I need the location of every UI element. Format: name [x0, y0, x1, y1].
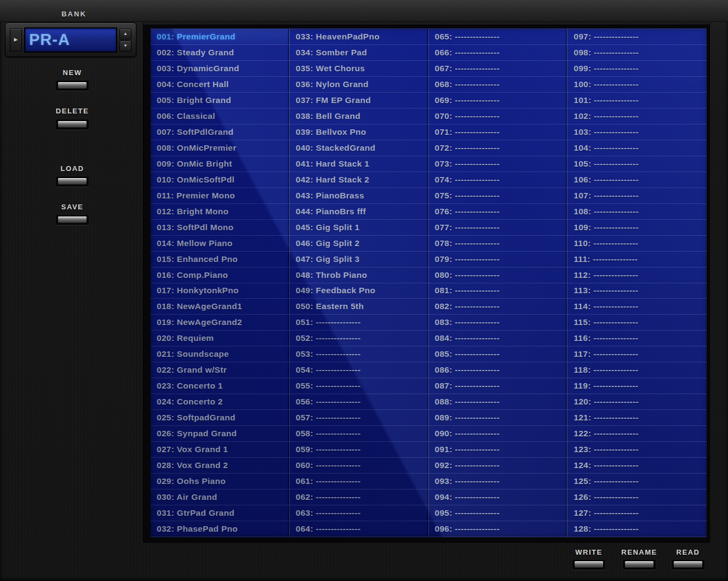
- bank-increment-button[interactable]: ▲: [119, 29, 131, 39]
- patch-cell[interactable]: 116: ---------------: [568, 331, 707, 346]
- patch-cell[interactable]: 113: ---------------: [568, 283, 707, 299]
- load-button[interactable]: [55, 176, 89, 187]
- patch-cell[interactable]: 069: ---------------: [429, 93, 568, 109]
- new-button[interactable]: [55, 80, 89, 91]
- rename-button[interactable]: [622, 559, 656, 570]
- patch-cell[interactable]: 101: ---------------: [568, 93, 707, 109]
- patch-cell[interactable]: 077: ---------------: [429, 220, 568, 236]
- patch-cell[interactable]: 055: ---------------: [290, 378, 429, 394]
- read-button[interactable]: [671, 559, 705, 570]
- patch-cell[interactable]: 039: Bellvox Pno: [290, 124, 429, 140]
- patch-cell[interactable]: 084: ---------------: [429, 331, 568, 346]
- patch-cell[interactable]: 007: SoftPdlGrand: [151, 124, 290, 140]
- patch-cell[interactable]: 124: ---------------: [568, 458, 707, 474]
- bank-display[interactable]: PR-A: [24, 27, 117, 53]
- patch-cell[interactable]: 001: PremierGrand: [151, 29, 290, 45]
- patch-cell[interactable]: 099: ---------------: [568, 61, 707, 77]
- patch-cell[interactable]: 013: SoftPdl Mono: [151, 220, 290, 236]
- patch-cell[interactable]: 015: Enhanced Pno: [151, 252, 290, 267]
- patch-cell[interactable]: 022: Grand w/Str: [151, 362, 290, 378]
- patch-cell[interactable]: 098: ---------------: [568, 45, 707, 61]
- patch-cell[interactable]: 117: ---------------: [568, 346, 707, 362]
- patch-cell[interactable]: 075: ---------------: [429, 188, 568, 204]
- write-button[interactable]: [572, 559, 606, 570]
- patch-cell[interactable]: 104: ---------------: [568, 140, 707, 156]
- patch-cell[interactable]: 058: ---------------: [290, 426, 429, 442]
- bank-menu-button[interactable]: ▶: [10, 29, 22, 52]
- patch-cell[interactable]: 123: ---------------: [568, 442, 707, 458]
- patch-cell[interactable]: 006: Classical: [151, 109, 290, 124]
- patch-cell[interactable]: 057: ---------------: [290, 410, 429, 426]
- patch-cell[interactable]: 014: Mellow Piano: [151, 236, 290, 252]
- bank-decrement-button[interactable]: ▼: [119, 41, 131, 52]
- patch-cell[interactable]: 115: ---------------: [568, 315, 707, 331]
- patch-cell[interactable]: 045: Gig Split 1: [290, 220, 429, 236]
- patch-cell[interactable]: 037: FM EP Grand: [290, 93, 429, 109]
- patch-cell[interactable]: 081: ---------------: [429, 283, 568, 299]
- patch-cell[interactable]: 064: ---------------: [290, 521, 429, 537]
- patch-cell[interactable]: 009: OnMic Bright: [151, 156, 290, 172]
- patch-cell[interactable]: 114: ---------------: [568, 299, 707, 315]
- patch-cell[interactable]: 004: Concert Hall: [151, 77, 290, 93]
- patch-cell[interactable]: 087: ---------------: [429, 378, 568, 394]
- patch-cell[interactable]: 025: SoftpadGrand: [151, 410, 290, 426]
- patch-cell[interactable]: 109: ---------------: [568, 220, 707, 236]
- patch-cell[interactable]: 036: Nylon Grand: [290, 77, 429, 93]
- patch-cell[interactable]: 110: ---------------: [568, 236, 707, 252]
- patch-cell[interactable]: 065: ---------------: [429, 29, 568, 45]
- patch-cell[interactable]: 121: ---------------: [568, 410, 707, 426]
- patch-cell[interactable]: 094: ---------------: [429, 489, 568, 505]
- patch-cell[interactable]: 120: ---------------: [568, 394, 707, 410]
- patch-cell[interactable]: 024: Concerto 2: [151, 394, 290, 410]
- patch-cell[interactable]: 043: PianoBrass: [290, 188, 429, 204]
- patch-cell[interactable]: 020: Requiem: [151, 331, 290, 346]
- patch-cell[interactable]: 082: ---------------: [429, 299, 568, 315]
- patch-cell[interactable]: 053: ---------------: [290, 346, 429, 362]
- patch-cell[interactable]: 027: Vox Grand 1: [151, 442, 290, 458]
- patch-cell[interactable]: 066: ---------------: [429, 45, 568, 61]
- save-button[interactable]: [55, 214, 89, 225]
- patch-cell[interactable]: 038: Bell Grand: [290, 109, 429, 124]
- patch-cell[interactable]: 072: ---------------: [429, 140, 568, 156]
- patch-cell[interactable]: 041: Hard Stack 1: [290, 156, 429, 172]
- patch-cell[interactable]: 090: ---------------: [429, 426, 568, 442]
- patch-cell[interactable]: 023: Concerto 1: [151, 378, 290, 394]
- patch-cell[interactable]: 002: Steady Grand: [151, 45, 290, 61]
- patch-cell[interactable]: 106: ---------------: [568, 172, 707, 188]
- patch-cell[interactable]: 071: ---------------: [429, 124, 568, 140]
- patch-cell[interactable]: 016: Comp.Piano: [151, 267, 290, 283]
- patch-cell[interactable]: 063: ---------------: [290, 505, 429, 521]
- patch-cell[interactable]: 010: OnMicSoftPdl: [151, 172, 290, 188]
- patch-cell[interactable]: 011: Premier Mono: [151, 188, 290, 204]
- patch-cell[interactable]: 119: ---------------: [568, 378, 707, 394]
- patch-cell[interactable]: 018: NewAgeGrand1: [151, 299, 290, 315]
- patch-cell[interactable]: 060: ---------------: [290, 458, 429, 474]
- patch-cell[interactable]: 100: ---------------: [568, 77, 707, 93]
- patch-cell[interactable]: 074: ---------------: [429, 172, 568, 188]
- patch-cell[interactable]: 088: ---------------: [429, 394, 568, 410]
- patch-cell[interactable]: 091: ---------------: [429, 442, 568, 458]
- patch-cell[interactable]: 089: ---------------: [429, 410, 568, 426]
- patch-cell[interactable]: 019: NewAgeGrand2: [151, 315, 290, 331]
- patch-cell[interactable]: 005: Bright Grand: [151, 93, 290, 109]
- patch-cell[interactable]: 003: DynamicGrand: [151, 61, 290, 77]
- patch-cell[interactable]: 062: ---------------: [290, 489, 429, 505]
- patch-cell[interactable]: 056: ---------------: [290, 394, 429, 410]
- patch-cell[interactable]: 128: ---------------: [568, 521, 707, 537]
- patch-cell[interactable]: 040: StackedGrand: [290, 140, 429, 156]
- patch-cell[interactable]: 125: ---------------: [568, 474, 707, 489]
- patch-cell[interactable]: 122: ---------------: [568, 426, 707, 442]
- patch-cell[interactable]: 070: ---------------: [429, 109, 568, 124]
- patch-cell[interactable]: 031: GtrPad Grand: [151, 505, 290, 521]
- patch-cell[interactable]: 097: ---------------: [568, 29, 707, 45]
- patch-cell[interactable]: 017: HonkytonkPno: [151, 283, 290, 299]
- patch-cell[interactable]: 052: ---------------: [290, 331, 429, 346]
- patch-cell[interactable]: 068: ---------------: [429, 77, 568, 93]
- patch-cell[interactable]: 051: ---------------: [290, 315, 429, 331]
- patch-cell[interactable]: 107: ---------------: [568, 188, 707, 204]
- patch-cell[interactable]: 093: ---------------: [429, 474, 568, 489]
- patch-cell[interactable]: 111: ---------------: [568, 252, 707, 267]
- patch-cell[interactable]: 035: Wet Chorus: [290, 61, 429, 77]
- patch-cell[interactable]: 059: ---------------: [290, 442, 429, 458]
- patch-cell[interactable]: 047: Gig Split 3: [290, 252, 429, 267]
